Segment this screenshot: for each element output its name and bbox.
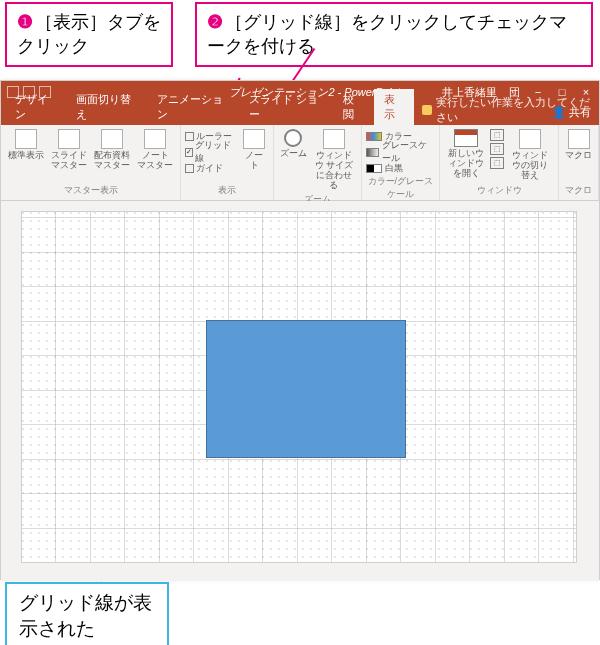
tab-view[interactable]: 表示 [374, 89, 414, 125]
callout-1-text: ［表示］タブをクリック [17, 12, 161, 56]
group-window: 新しいウィンドウを開く ⬚ ⬚ ⬚ ウィンドウの切り替え ウィンドウ [440, 125, 559, 200]
tab-review[interactable]: 校閲 [333, 89, 373, 125]
chk-guides-label: ガイド [196, 162, 223, 175]
group-macros-label: マクロ [563, 184, 594, 198]
zoom-icon [284, 129, 302, 147]
new-window-icon [454, 129, 478, 147]
btn-slide-master-label: スライド マスター [50, 151, 87, 171]
macro-icon [568, 129, 590, 149]
callout-1: ❶［表示］タブをクリック [5, 2, 173, 67]
handout-icon [101, 129, 123, 149]
tab-animations[interactable]: アニメーション [147, 89, 239, 125]
btn-zoom-label: ズーム [280, 149, 307, 159]
group-window-label: ウィンドウ [444, 184, 554, 198]
group-master-label: マスター表示 [5, 184, 176, 198]
fit-icon [323, 129, 345, 149]
opt-bw-label: 白黒 [385, 162, 403, 175]
checkbox-icon: ✓ [185, 148, 193, 157]
group-show-label: 表示 [185, 184, 269, 198]
btn-normal-view[interactable]: 標準表示 [5, 127, 46, 163]
btn-fit-label: ウィンドウ サイズに合わせる [313, 151, 355, 191]
master-icon [58, 129, 80, 149]
btn-new-window-label: 新しいウィンドウを開く [446, 149, 486, 179]
btn-notes-label: ノート [241, 151, 266, 171]
view-icon [15, 129, 37, 149]
btn-handout-label: 配布資料 マスター [94, 151, 131, 171]
split-icon[interactable]: ⬚ [490, 157, 504, 169]
callout-3: グリッド線が表示された [5, 582, 169, 645]
share-label: 共有 [569, 106, 591, 118]
tab-design[interactable]: デザイン [5, 89, 66, 125]
notes-icon [144, 129, 166, 149]
cascade-icon[interactable]: ⬚ [490, 143, 504, 155]
btn-notes[interactable]: ノート [239, 127, 268, 173]
share-button[interactable]: 👤 共有 [552, 105, 591, 120]
chk-gridlines[interactable]: ✓グリッド線 [185, 145, 235, 159]
btn-zoom[interactable]: ズーム [278, 127, 309, 161]
color-icon [366, 132, 382, 141]
btn-slide-master[interactable]: スライド マスター [48, 127, 89, 173]
opt-bw[interactable]: 白黒 [366, 161, 435, 175]
bulb-icon [422, 105, 431, 115]
bw-icon [366, 164, 382, 173]
checkbox-icon [185, 164, 194, 173]
btn-notes-master[interactable]: ノート マスター [135, 127, 176, 173]
grayscale-icon [366, 148, 380, 157]
btn-fit-window[interactable]: ウィンドウ サイズに合わせる [311, 127, 357, 193]
btn-macros-label: マクロ [565, 151, 592, 161]
group-color-label: カラー/グレースケール [366, 175, 435, 202]
btn-switch-label: ウィンドウの切り替え [508, 151, 552, 181]
powerpoint-window: プレゼンテーション2 - PowerPoint 井上香緒里 団 − □ × デザ… [0, 80, 600, 580]
group-macros: マクロ マクロ [559, 125, 599, 200]
btn-switch-windows[interactable]: ウィンドウの切り替え [506, 127, 554, 183]
group-zoom: ズーム ウィンドウ サイズに合わせる ズーム [274, 125, 362, 200]
callout-2: ❷［グリッド線］をクリックしてチェックマークを付ける [195, 2, 593, 67]
btn-handout-master[interactable]: 配布資料 マスター [92, 127, 133, 173]
group-show: ルーラー ✓グリッド線 ガイド ノート 表示 [181, 125, 274, 200]
group-master-views: 標準表示 スライド マスター 配布資料 マスター ノート マスター マスター表示 [1, 125, 181, 200]
slide[interactable] [21, 211, 577, 563]
notes-pane-icon [243, 129, 265, 149]
slide-area[interactable] [1, 201, 599, 581]
opt-grayscale[interactable]: グレースケール [366, 145, 435, 159]
tab-transitions[interactable]: 画面切り替え [66, 89, 147, 125]
btn-notes-label: ノート マスター [137, 151, 174, 171]
ribbon: 標準表示 スライド マスター 配布資料 マスター ノート マスター マスター表示… [1, 125, 599, 201]
callout-2-num: ❷ [207, 12, 223, 32]
group-color: カラー グレースケール 白黒 カラー/グレースケール [362, 125, 440, 200]
callout-2-text: ［グリッド線］をクリックしてチェックマークを付ける [207, 12, 567, 56]
rectangle-shape[interactable] [206, 320, 406, 458]
btn-macros[interactable]: マクロ [563, 127, 594, 163]
checkbox-icon [185, 132, 194, 141]
tab-slideshow[interactable]: スライド ショー [239, 89, 333, 125]
callout-3-text: グリッド線が表示された [19, 592, 152, 639]
share-icon: 👤 [552, 106, 566, 118]
arrange-icon[interactable]: ⬚ [490, 129, 504, 141]
chk-guides[interactable]: ガイド [185, 161, 235, 175]
callout-1-num: ❶ [17, 12, 33, 32]
ribbon-tabs: デザイン 画面切り替え アニメーション スライド ショー 校閲 表示 実行したい… [1, 103, 599, 125]
switch-icon [519, 129, 541, 149]
btn-new-window[interactable]: 新しいウィンドウを開く [444, 127, 488, 181]
btn-normal-label: 標準表示 [8, 151, 44, 161]
